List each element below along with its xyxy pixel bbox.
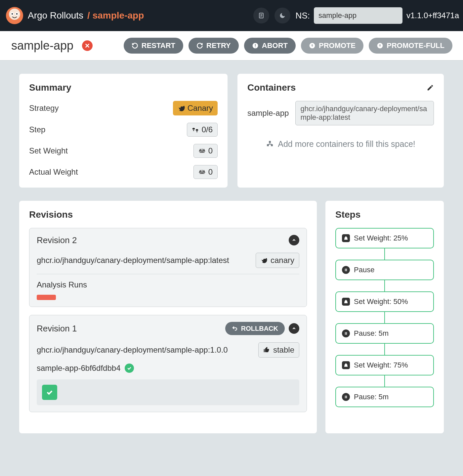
namespace-label: NS:: [296, 11, 310, 21]
container-name: sample-app: [247, 108, 289, 118]
svg-point-4: [12, 13, 13, 15]
dove-icon: [261, 257, 267, 264]
dark-mode-toggle[interactable]: [274, 8, 290, 23]
svg-rect-13: [255, 44, 256, 46]
status-degraded-icon: [82, 40, 93, 51]
pause-icon: [342, 393, 350, 401]
weight-icon: [342, 298, 350, 306]
svg-point-20: [196, 131, 197, 132]
revision-title: Revision 1: [37, 324, 77, 334]
breadcrumb: / sample-app: [87, 10, 144, 21]
docs-button[interactable]: [253, 8, 269, 23]
step-item: Set Weight: 50%: [335, 291, 434, 312]
collapse-toggle[interactable]: [289, 323, 299, 334]
step-connector: [384, 344, 385, 355]
edit-containers-icon[interactable]: [427, 84, 434, 91]
retry-button[interactable]: RETRY: [189, 38, 239, 54]
step-label: Step: [29, 125, 45, 134]
step-connector: [384, 248, 385, 260]
promote-full-button[interactable]: PROMOTE-FULL: [369, 38, 452, 54]
abort-button[interactable]: ABORT: [244, 38, 296, 54]
svg-point-19: [196, 129, 198, 131]
set-weight-label: Set Weight: [29, 146, 68, 155]
weight-icon: [342, 234, 350, 242]
pod-grid: [37, 379, 299, 405]
action-bar: sample-app RESTART RETRY ABORT PROMOTE P…: [0, 31, 463, 61]
steps-list: Set Weight: 25% Pause Set Weight: 50% Pa…: [335, 228, 434, 407]
revision-image: ghcr.io/jhandguy/canary-deployment/sampl…: [37, 345, 252, 355]
svg-point-18: [193, 130, 194, 131]
summary-card: Summary Strategy Canary Step 0/6 Set Wei…: [19, 74, 228, 188]
revision-title: Revision 2: [37, 235, 77, 245]
set-weight-badge: 0: [193, 144, 218, 158]
dove-icon: [178, 105, 185, 112]
svg-rect-29: [346, 396, 347, 398]
svg-rect-25: [346, 269, 347, 271]
page-title: sample-app: [11, 39, 73, 53]
step-item: Pause: 5m: [335, 323, 434, 344]
undo-icon: [232, 325, 238, 331]
thumbs-up-icon: [263, 347, 270, 353]
containers-title: Containers: [247, 82, 296, 93]
revision-image: ghcr.io/jhandguy/canary-deployment/sampl…: [37, 256, 249, 265]
revisions-title: Revisions: [29, 209, 307, 220]
canary-tag: canary: [256, 253, 299, 268]
restart-icon: [132, 42, 138, 49]
svg-rect-21: [269, 141, 271, 143]
strategy-label: Strategy: [29, 104, 59, 113]
svg-rect-26: [345, 332, 346, 335]
step-item: Pause: [335, 260, 434, 280]
promote-icon: [309, 42, 316, 49]
strategy-badge: Canary: [173, 101, 218, 115]
container-row: sample-app ghcr.io/jhandguy/canary-deplo…: [247, 101, 434, 125]
check-circle-icon: [125, 364, 134, 373]
topbar: Argo Rollouts / sample-app NS: v1.1.0+ff…: [0, 0, 463, 31]
balance-scale-icon: [198, 169, 206, 175]
pause-icon: [342, 266, 350, 274]
container-image[interactable]: ghcr.io/jhandguy/canary-deployment/sampl…: [295, 101, 434, 125]
collapse-toggle[interactable]: [289, 235, 299, 245]
revision-block: Revision 2 ghcr.io/jhandguy/canary-deplo…: [29, 228, 307, 307]
step-item: Set Weight: 75%: [335, 355, 434, 375]
restart-button[interactable]: RESTART: [124, 38, 183, 54]
promote-button[interactable]: PROMOTE: [301, 38, 363, 54]
svg-rect-24: [345, 269, 346, 271]
divider: [37, 274, 299, 274]
argo-logo: [5, 6, 24, 25]
replicaset-row: sample-app-6bf6dfdbb4: [37, 364, 299, 373]
replicaset-name: sample-app-6bf6dfdbb4: [37, 364, 121, 373]
shoe-prints-icon: [192, 127, 199, 133]
svg-rect-27: [346, 332, 347, 335]
abort-icon: [252, 42, 259, 49]
step-item: Set Weight: 25%: [335, 228, 434, 248]
step-item: Pause: 5m: [335, 387, 434, 407]
content: Summary Strategy Canary Step 0/6 Set Wei…: [0, 61, 463, 447]
namespace-input[interactable]: [314, 7, 402, 24]
brand-name: Argo Rollouts: [28, 10, 83, 21]
steps-card: Steps Set Weight: 25% Pause Set Weight: …: [325, 201, 444, 433]
step-badge: 0/6: [187, 123, 218, 137]
step-connector: [384, 375, 385, 387]
add-containers-hint: Add more containers to fill this space!: [247, 135, 434, 153]
svg-rect-28: [345, 396, 346, 398]
svg-rect-14: [255, 47, 256, 47]
rollback-button[interactable]: ROLLBACK: [225, 322, 285, 335]
pod-healthy[interactable]: [42, 385, 57, 400]
breadcrumb-app-name[interactable]: sample-app: [93, 10, 144, 21]
svg-point-5: [16, 13, 18, 15]
balance-scale-icon: [198, 148, 206, 154]
retry-icon: [196, 42, 203, 49]
containers-card: Containers sample-app ghcr.io/jhandguy/c…: [237, 74, 444, 188]
analysis-runs-label: Analysis Runs: [37, 280, 299, 289]
actual-weight-badge: 0: [193, 165, 218, 179]
svg-point-17: [192, 128, 194, 130]
revision-block: Revision 1 ROLLBACK ghcr.io/jhandguy/can…: [29, 315, 307, 412]
boxes-icon: [266, 140, 274, 148]
step-connector: [384, 312, 385, 323]
analysis-run-indicator[interactable]: [37, 295, 56, 300]
steps-title: Steps: [335, 209, 434, 220]
pause-icon: [342, 329, 350, 337]
step-connector: [384, 280, 385, 291]
summary-title: Summary: [29, 82, 218, 93]
actual-weight-label: Actual Weight: [29, 167, 78, 177]
